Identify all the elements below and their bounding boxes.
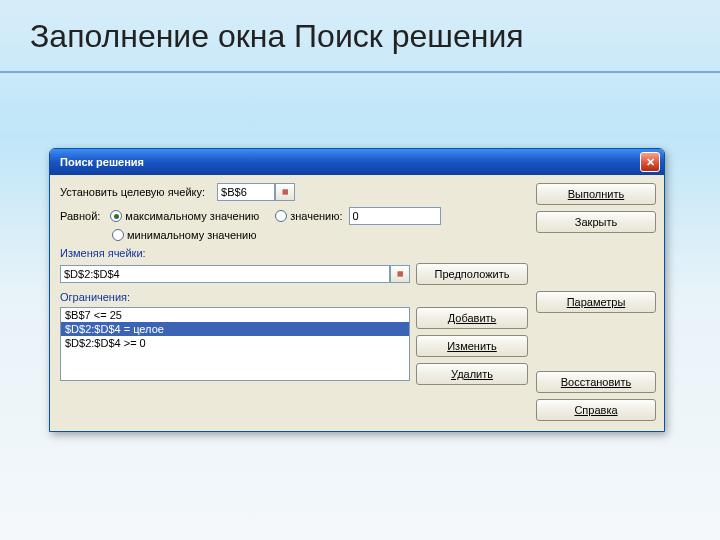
radio-min-label: минимальному значению (127, 229, 257, 241)
close-icon: ✕ (646, 156, 655, 169)
ref-picker-target-icon[interactable]: ▦ (275, 183, 295, 201)
radio-icon (110, 210, 122, 222)
constraints-label: Ограничения: (60, 291, 528, 303)
change-constraint-button[interactable]: Изменить (416, 335, 528, 357)
constraints-listbox[interactable]: $B$7 <= 25$D$2:$D$4 = целое$D$2:$D$4 >= … (60, 307, 410, 381)
target-cell-input[interactable] (217, 183, 275, 201)
changing-cells-input[interactable] (60, 265, 390, 283)
changing-cells-label: Изменяя ячейки: (60, 247, 528, 259)
solver-dialog: Поиск решения ✕ Установить целевую ячейк… (49, 148, 665, 432)
ref-picker-changing-icon[interactable]: ▦ (390, 265, 410, 283)
constraint-item[interactable]: $B$7 <= 25 (61, 308, 409, 322)
radio-min[interactable]: минимальному значению (112, 229, 257, 241)
radio-max-label: максимальному значению (125, 210, 259, 222)
options-button[interactable]: Параметры (536, 291, 656, 313)
radio-value[interactable]: значению: (275, 210, 342, 222)
close-button[interactable]: ✕ (640, 152, 660, 172)
close-dialog-button[interactable]: Закрыть (536, 211, 656, 233)
value-input[interactable] (349, 207, 441, 225)
radio-icon (112, 229, 124, 241)
radio-value-label: значению: (290, 210, 342, 222)
constraint-item[interactable]: $D$2:$D$4 >= 0 (61, 336, 409, 350)
assume-button[interactable]: Предположить (416, 263, 528, 285)
radio-max[interactable]: максимальному значению (110, 210, 259, 222)
constraint-item[interactable]: $D$2:$D$4 = целое (61, 322, 409, 336)
equal-label: Равной: (60, 210, 100, 222)
slide-title: Заполнение окна Поиск решения (0, 0, 720, 73)
dialog-title: Поиск решения (60, 156, 640, 168)
add-constraint-button[interactable]: Добавить (416, 307, 528, 329)
reset-button[interactable]: Восстановить (536, 371, 656, 393)
titlebar: Поиск решения ✕ (50, 149, 664, 175)
delete-constraint-button[interactable]: Удалить (416, 363, 528, 385)
target-cell-label: Установить целевую ячейку: (60, 186, 205, 198)
help-button[interactable]: Справка (536, 399, 656, 421)
execute-button[interactable]: Выполнить (536, 183, 656, 205)
radio-icon (275, 210, 287, 222)
